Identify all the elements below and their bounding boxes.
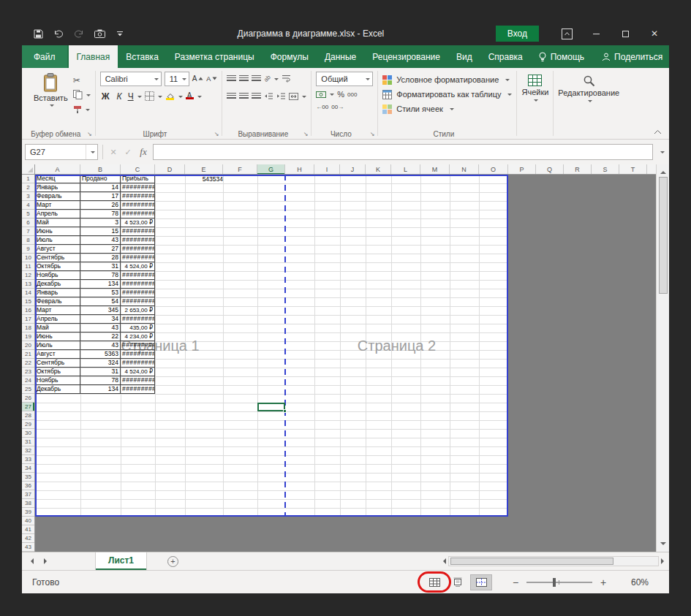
row-header-29[interactable]: 29	[22, 420, 34, 429]
cell-B13[interactable]: 134	[80, 280, 121, 289]
row-header-16[interactable]: 16	[22, 306, 34, 315]
alignment-dialog-launcher-icon[interactable]: ↘	[303, 131, 309, 137]
cell-B22[interactable]: 324	[80, 359, 121, 368]
tab-разметка-страницы[interactable]: Разметка страницы	[167, 45, 263, 68]
tab-file[interactable]: Файл	[22, 45, 67, 68]
cell-C6[interactable]: 4 523,00 ₽	[121, 218, 155, 227]
camera-icon[interactable]	[94, 28, 105, 39]
cell-B24[interactable]: 78	[80, 376, 121, 385]
align-top-button[interactable]	[227, 72, 236, 85]
column-header-B[interactable]: B	[80, 164, 121, 175]
cell-C12[interactable]: ##########	[121, 271, 155, 280]
row-header-20[interactable]: 20	[22, 341, 34, 350]
cell-E1[interactable]: 543534	[185, 175, 223, 183]
row-header-28[interactable]: 28	[22, 411, 34, 420]
cell-C18[interactable]: 435,00 ₽	[121, 324, 155, 332]
decrease-decimal-button[interactable]: 00→	[331, 101, 344, 113]
cell-A25[interactable]: Декабрь	[35, 385, 80, 394]
sheet-canvas[interactable]: Страница 1Страница 2МесяцПроданоПрибыльЯ…	[35, 175, 656, 552]
redo-icon[interactable]	[73, 28, 85, 39]
cell-A1[interactable]: Месяц	[35, 175, 80, 183]
active-cell-G27[interactable]	[257, 403, 285, 411]
cell-B12[interactable]: 78	[80, 271, 121, 280]
horizontal-scroll-thumb[interactable]	[450, 558, 613, 565]
ribbon-display-options-icon[interactable]	[552, 22, 581, 45]
share-button[interactable]: Поделиться	[592, 45, 673, 68]
page-break-preview-button[interactable]	[470, 574, 492, 590]
cell-B18[interactable]: 43	[80, 324, 121, 332]
vertical-scrollbar[interactable]	[656, 164, 669, 552]
cell-A19[interactable]: Июнь	[35, 332, 80, 341]
next-sheet-icon[interactable]	[44, 558, 50, 564]
decrease-font-button[interactable]: А	[206, 72, 217, 85]
cut-button[interactable]: ✂	[73, 74, 91, 86]
close-button[interactable]: ✕	[640, 22, 669, 45]
font-size-combobox[interactable]: 11	[165, 72, 189, 86]
cell-B21[interactable]: 5363	[80, 350, 121, 359]
copy-button[interactable]	[73, 88, 91, 101]
row-header-41[interactable]: 41	[22, 525, 34, 534]
scroll-down-icon[interactable]	[660, 542, 666, 548]
increase-indent-button[interactable]	[276, 90, 286, 102]
cell-B3[interactable]: 17	[80, 192, 121, 201]
column-header-C[interactable]: C	[121, 164, 155, 175]
orientation-button[interactable]: ab	[264, 72, 279, 85]
column-header-F[interactable]: F	[223, 164, 257, 175]
cell-C9[interactable]: ##########	[121, 245, 155, 254]
clipboard-dialog-launcher-icon[interactable]: ↘	[87, 131, 92, 137]
row-header-17[interactable]: 17	[22, 315, 34, 324]
row-header-30[interactable]: 30	[22, 429, 34, 438]
tab-данные[interactable]: Данные	[317, 45, 364, 68]
prev-sheet-icon[interactable]	[28, 558, 34, 564]
column-header-H[interactable]: H	[285, 164, 314, 175]
row-header-35[interactable]: 35	[22, 473, 34, 482]
font-color-button[interactable]: А	[186, 90, 202, 102]
cell-A2[interactable]: Январь	[35, 183, 80, 192]
row-header-33[interactable]: 33	[22, 455, 34, 464]
new-sheet-button[interactable]: +	[167, 556, 178, 567]
scroll-left-icon[interactable]	[440, 558, 446, 564]
cell-C22[interactable]: ##########	[121, 359, 155, 368]
cell-B25[interactable]: 134	[80, 385, 121, 394]
expand-formula-bar-icon[interactable]	[656, 150, 666, 154]
comma-style-button[interactable]: 000	[347, 88, 357, 101]
tab-рецензирование[interactable]: Рецензирование	[364, 45, 448, 68]
tab-вставка[interactable]: Вставка	[118, 45, 167, 68]
cell-B23[interactable]: 31	[80, 368, 121, 376]
horizontal-scroll-track[interactable]	[448, 556, 659, 566]
row-header-8[interactable]: 8	[22, 236, 34, 245]
italic-button[interactable]: К	[114, 91, 125, 102]
row-header-40[interactable]: 40	[22, 517, 34, 525]
row-header-24[interactable]: 24	[22, 376, 34, 385]
select-all-corner[interactable]	[22, 164, 35, 175]
bold-button[interactable]: Ж	[100, 91, 111, 102]
row-header-34[interactable]: 34	[22, 464, 34, 473]
row-header-38[interactable]: 38	[22, 499, 34, 508]
borders-button[interactable]	[145, 90, 162, 102]
cell-B16[interactable]: 345	[80, 306, 121, 315]
horizontal-scrollbar[interactable]	[440, 555, 667, 567]
paste-button[interactable]: Вставить	[29, 71, 73, 128]
cell-B15[interactable]: 54	[80, 297, 121, 306]
cell-C23[interactable]: 4 524,00 ₽	[121, 368, 155, 376]
number-dialog-launcher-icon[interactable]: ↘	[370, 131, 375, 137]
cell-A11[interactable]: Октябрь	[35, 262, 80, 271]
row-header-25[interactable]: 25	[22, 385, 34, 394]
cell-A3[interactable]: Февраль	[35, 192, 80, 201]
row-header-22[interactable]: 22	[22, 359, 34, 368]
accounting-format-button[interactable]	[316, 88, 334, 101]
column-header-E[interactable]: E	[185, 164, 223, 175]
font-name-combobox[interactable]: Calibri	[100, 72, 162, 86]
cell-B14[interactable]: 53	[80, 289, 121, 297]
cell-C14[interactable]: ##########	[121, 289, 155, 297]
cell-C16[interactable]: 2 653,00 ₽	[121, 306, 155, 315]
align-right-button[interactable]	[252, 90, 261, 102]
formula-input[interactable]	[153, 144, 653, 160]
cell-C19[interactable]: 4 234,00 ₽	[121, 332, 155, 341]
cell-B19[interactable]: 22	[80, 332, 121, 341]
cell-C17[interactable]: ##########	[121, 315, 155, 324]
percent-style-button[interactable]: %	[337, 88, 344, 101]
cancel-entry-button[interactable]: ✕	[107, 148, 119, 157]
cell-styles-button[interactable]: Стили ячеек	[382, 102, 512, 116]
row-header-26[interactable]: 26	[22, 394, 34, 403]
